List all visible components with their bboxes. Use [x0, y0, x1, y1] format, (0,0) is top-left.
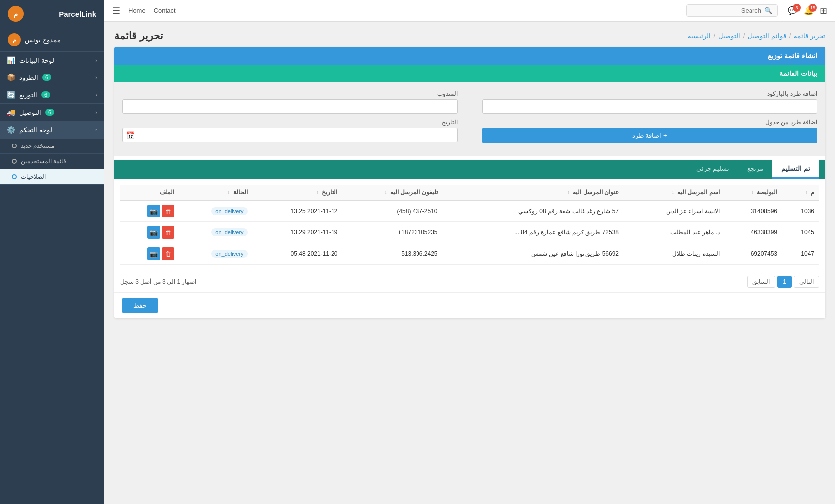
save-footer: حفظ: [114, 292, 825, 318]
view-button[interactable]: 📷: [147, 205, 160, 217]
view-button[interactable]: 📷: [147, 226, 160, 239]
col-num[interactable]: م ↑: [782, 185, 819, 200]
chevron-icon: ‹: [95, 57, 97, 63]
status-badge: on_delivery: [211, 207, 247, 215]
date-group: التاريخ 09-02-2024 📅: [122, 119, 458, 142]
radio-icon: [12, 159, 17, 164]
table-row: 1047 69207453 السيدة زينات طلال 56692 طر…: [120, 243, 819, 265]
col-recipient-name[interactable]: اسم المرسل اليه ↕: [624, 185, 725, 200]
notification-2[interactable]: 💬 3: [788, 6, 798, 15]
sidebar: ParcelLink م ممدوح يونس م ‹ لوحة البيانا…: [0, 0, 104, 504]
delete-button[interactable]: 🗑: [162, 247, 174, 260]
breadcrumb-sep: /: [743, 32, 745, 39]
date-label: التاريخ: [122, 119, 458, 126]
col-recipient-address[interactable]: عنوان المرسل اليه ↕: [443, 185, 624, 200]
status-badge: on_delivery: [211, 250, 247, 258]
page-content: تحرير قائمة / قوائم التوصيل / التوصيل / …: [104, 22, 835, 504]
topbar-left: ⊞ 🔔 15 💬 3 🔍: [686, 4, 827, 17]
sidebar-item-parcels[interactable]: ‹ 6 الطرود 📦: [0, 69, 104, 86]
save-button[interactable]: حفظ: [122, 298, 158, 313]
sidebar-item-label: الطرود: [19, 74, 38, 81]
topbar: ⊞ 🔔 15 💬 3 🔍 Contact Home ☰: [104, 0, 835, 22]
barcode-input[interactable]: [482, 99, 818, 114]
sidebar-header: ParcelLink م: [0, 0, 104, 28]
chevron-icon: ‹: [95, 74, 97, 80]
divider: [470, 90, 470, 148]
cell-policy: 31408596: [725, 200, 782, 222]
table-header-row: م ↑ البوليصة ↕ اسم المرسل اليه ↕ عنوان ا…: [120, 185, 819, 200]
sidebar-sub-permissions[interactable]: الصلاحيات: [0, 169, 104, 185]
pagination-info: اضهار 1 الى 3 من أصل 3 سجل: [120, 278, 196, 285]
radio-icon-active: [12, 174, 17, 179]
add-parcel-button[interactable]: + اضافة طرد: [482, 128, 818, 143]
date-input[interactable]: 09-02-2024: [122, 128, 458, 142]
prev-page-button[interactable]: السابق: [747, 276, 775, 288]
tab-delivered[interactable]: تم التسليم: [772, 160, 819, 179]
list-data-header: بيانات القائمة: [114, 65, 825, 82]
sidebar-sub-users-list[interactable]: قائمة المستخدمين: [0, 154, 104, 169]
form-col-left: المندوب ابراهيم عبد الله محمد التاريخ 09…: [122, 90, 458, 148]
dashboard-icon: 📊: [7, 56, 15, 64]
col-date[interactable]: التاريخ ↕: [252, 185, 343, 200]
create-list-header: انشاء قائمة توزيع: [114, 47, 825, 65]
delete-button[interactable]: 🗑: [162, 205, 174, 217]
chevron-icon: ‹: [93, 129, 99, 131]
next-page-button[interactable]: التالي: [794, 276, 819, 288]
tab-returned[interactable]: مرتجع: [738, 160, 772, 179]
topbar-right: Contact Home ☰: [112, 5, 176, 16]
breadcrumb-home[interactable]: الرئيسية: [688, 32, 711, 40]
cell-recipient-phone: 513.396.2425: [342, 243, 442, 265]
home-link[interactable]: Home: [128, 7, 146, 14]
sidebar-item-dashboard[interactable]: ‹ لوحة البيانات 📊: [0, 52, 104, 69]
cell-status: on_delivery: [179, 200, 252, 222]
barcode-label: اضافة طرد بالباركود: [482, 90, 818, 97]
page-1-button[interactable]: 1: [777, 276, 792, 288]
parcels-table: م ↑ البوليصة ↕ اسم المرسل اليه ↕ عنوان ا…: [120, 185, 819, 265]
delete-button[interactable]: 🗑: [162, 226, 174, 239]
cell-recipient-address: 72538 طريق كريم شافع عمارة رقم 84 ...: [443, 222, 624, 243]
search-input[interactable]: [692, 7, 761, 14]
chevron-icon: ‹: [95, 109, 97, 115]
sidebar-item-distribution[interactable]: ‹ 6 التوزيع 🔄: [0, 86, 104, 104]
cell-recipient-name: الانسة اسراء عز الدين: [624, 200, 725, 222]
cell-recipient-address: 56692 طريق نورا شافع عين شمس: [443, 243, 624, 265]
pagination: التالي 1 السابق اضهار 1 الى 3 من أصل 3 س…: [114, 271, 825, 292]
user-avatar-small: م: [8, 33, 21, 46]
delegate-input[interactable]: ابراهيم عبد الله محمد: [122, 99, 458, 114]
breadcrumb-delivery-lists[interactable]: قوائم التوصيل: [748, 32, 786, 40]
search-icon: 🔍: [764, 7, 772, 14]
delegate-label: المندوب: [122, 90, 458, 97]
topbar-icons: ⊞ 🔔 15 💬 3: [788, 5, 827, 16]
form-section: اضافة طرد بالباركود اضافة طرد من جدول + …: [114, 82, 825, 156]
grid-icon[interactable]: ⊞: [820, 5, 827, 16]
breadcrumb-delivery[interactable]: التوصيل: [718, 32, 740, 40]
view-button[interactable]: 📷: [147, 247, 160, 260]
chevron-icon: ‹: [95, 92, 97, 98]
radio-icon: [12, 144, 17, 148]
calendar-icon: 📅: [126, 131, 135, 139]
notification-1[interactable]: 🔔 15: [804, 6, 814, 15]
breadcrumb-sep: /: [714, 32, 715, 39]
menu-icon[interactable]: ☰: [112, 5, 120, 16]
col-policy[interactable]: البوليصة ↕: [725, 185, 782, 200]
col-status[interactable]: الحالة ↕: [179, 185, 252, 200]
distribution-badge: 6: [41, 91, 50, 98]
topbar-search-box[interactable]: 🔍: [686, 4, 778, 17]
breadcrumb-sep: /: [789, 32, 791, 39]
sidebar-item-delivery[interactable]: ‹ 6 التوصيل 🚚: [0, 104, 104, 121]
table-add-group: اضافة طرد من جدول + اضافة طرد: [482, 119, 818, 143]
delivery-badge: 6: [45, 109, 54, 116]
tab-partial[interactable]: تسليم جزئي: [687, 160, 739, 179]
cell-num: 1036: [782, 200, 819, 222]
cell-num: 1045: [782, 222, 819, 243]
sidebar-item-control[interactable]: ‹ لوحة التحكم ⚙️: [0, 121, 104, 139]
contact-link[interactable]: Contact: [154, 7, 176, 14]
sub-item-label: الصلاحيات: [21, 173, 46, 180]
sidebar-item-label: لوحة التحكم: [19, 126, 52, 134]
breadcrumb-edit[interactable]: تحرير قائمة: [794, 32, 825, 40]
parcels-badge: 6: [42, 74, 51, 81]
sidebar-sub-new-user[interactable]: مستخدم جديد: [0, 139, 104, 154]
barcode-group: اضافة طرد بالباركود: [482, 90, 818, 114]
col-recipient-phone[interactable]: تليفون المرسل اليه ↕: [342, 185, 442, 200]
col-file[interactable]: الملف: [120, 185, 179, 200]
